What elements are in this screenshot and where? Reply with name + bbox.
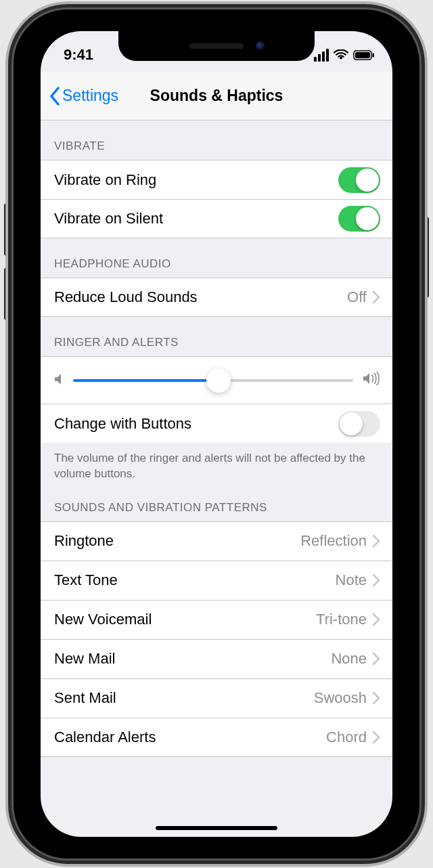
battery-icon [353,50,375,60]
slider-track[interactable] [73,379,353,382]
row-detail: Off [347,288,367,306]
row-new-voicemail[interactable]: New Voicemail Tri-tone [41,600,392,639]
section-footer: The volume of the ringer and alerts will… [41,443,392,487]
power-button [422,217,429,298]
chevron-right-icon [372,573,380,587]
chevron-right-icon [372,691,380,705]
toggle-vibrate-on-silent[interactable] [338,206,380,232]
chevron-right-icon [372,613,380,626]
mute-switch [5,156,11,183]
row-calendar-alerts[interactable]: Calendar Alerts Chord [41,718,392,757]
row-detail: Swoosh [314,689,367,707]
row-detail: Note [336,571,367,589]
row-vibrate-on-ring[interactable]: Vibrate on Ring [41,160,392,199]
section-headphone-audio: Headphone Audio Reduce Loud Sounds Off [41,238,392,317]
volume-down-button [4,267,11,320]
chevron-right-icon [372,534,380,548]
display-notch [118,31,315,61]
wifi-icon [334,49,348,60]
row-detail: Chord [326,729,367,746]
slider-thumb[interactable] [206,368,231,393]
row-reduce-loud-sounds[interactable]: Reduce Loud Sounds Off [41,278,392,317]
front-camera [256,41,265,51]
row-new-mail[interactable]: New Mail None [41,639,392,678]
status-time: 9:41 [64,46,93,64]
row-detail: None [331,650,367,668]
row-change-with-buttons[interactable]: Change with Buttons [41,404,392,443]
section-header: Headphone Audio [41,238,392,278]
row-label: New Voicemail [54,611,316,628]
volume-up-button [4,203,11,256]
chevron-right-icon [372,731,380,744]
row-text-tone[interactable]: Text Tone Note [41,561,392,600]
phone-chassis: 9:41 [0,0,433,868]
row-sent-mail[interactable]: Sent Mail Swoosh [41,678,392,718]
section-sounds-and-vibration-patterns: Sounds and Vibration Patterns Ringtone R… [41,487,392,757]
volume-low-icon [54,372,64,389]
phone-bezel: 9:41 [14,9,419,859]
navigation-bar: Settings Sounds & Haptics [41,72,392,121]
section-header: Vibrate [41,121,392,160]
section-header: Sounds and Vibration Patterns [41,487,392,521]
toggle-vibrate-on-ring[interactable] [338,167,380,193]
home-indicator[interactable] [156,826,277,830]
row-label: Ringtone [54,532,300,550]
row-ringer-volume [41,356,392,404]
section-ringer-and-alerts: Ringer and Alerts [41,317,392,487]
row-label: Change with Buttons [54,415,338,433]
chevron-right-icon [372,652,380,666]
cellular-signal-icon [314,49,329,62]
back-button[interactable]: Settings [49,86,118,106]
settings-table[interactable]: Vibrate Vibrate on Ring Vibrate on Silen… [41,121,392,757]
row-vibrate-on-silent[interactable]: Vibrate on Silent [41,199,392,238]
volume-high-icon [363,372,380,389]
earpiece-speaker [189,43,244,49]
row-label: Calendar Alerts [54,729,326,746]
row-label: Vibrate on Silent [54,210,338,227]
chevron-left-icon [49,86,61,106]
row-label: Text Tone [54,571,336,589]
back-label: Settings [62,87,118,105]
svg-rect-1 [355,52,370,58]
section-vibrate: Vibrate Vibrate on Ring Vibrate on Silen… [41,121,392,238]
toggle-change-with-buttons[interactable] [338,411,380,437]
screen: 9:41 [41,31,392,837]
chevron-right-icon [372,290,380,304]
row-label: New Mail [54,650,331,668]
section-header: Ringer and Alerts [41,317,392,356]
row-detail: Reflection [300,532,367,550]
row-detail: Tri-tone [316,611,367,628]
row-label: Vibrate on Ring [54,171,338,189]
svg-rect-2 [373,53,375,57]
ringer-volume-slider[interactable] [54,372,380,389]
row-ringtone[interactable]: Ringtone Reflection [41,521,392,561]
row-label: Sent Mail [54,689,314,707]
row-label: Reduce Loud Sounds [54,288,347,306]
